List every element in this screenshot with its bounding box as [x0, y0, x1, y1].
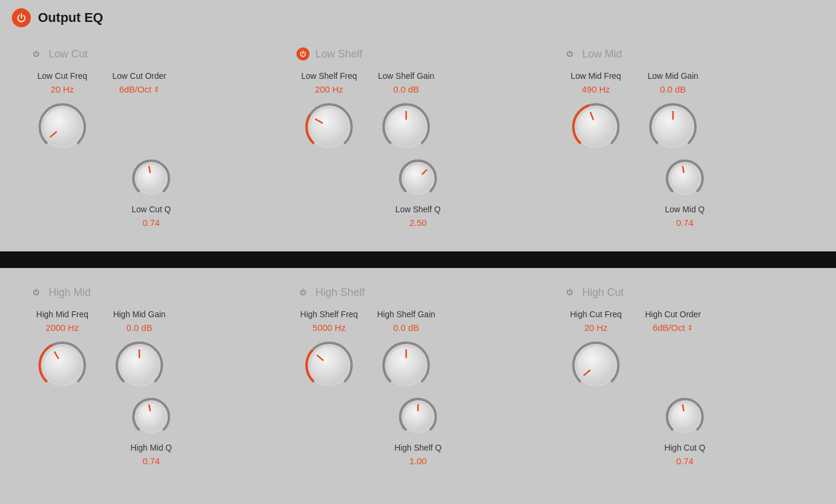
bottom-eq-row: High MidHigh Mid Freq2000 Hz High Mid Ga…: [18, 280, 818, 478]
knob-low-cut-freq[interactable]: [36, 100, 89, 154]
knob-label-high-shelf-gain: High Shelf Gain: [377, 310, 435, 319]
q-knob-wrap-low-cut[interactable]: Low Cut Q0.74: [130, 157, 173, 234]
knob-group-low-mid-gain[interactable]: Low Mid Gain0.0 dB: [640, 71, 706, 154]
knob-label-high-cut-freq: High Cut Freq: [570, 310, 621, 319]
band-controls-low-shelf: Low Shelf Freq200 Hz Low Shelf Gain0.0 d…: [296, 71, 540, 154]
svg-point-16: [577, 108, 615, 146]
knob-high-mid-freq[interactable]: [36, 339, 89, 392]
band-header-low-cut: Low Cut: [30, 47, 273, 60]
knob-low-mid-freq[interactable]: [569, 100, 623, 154]
knob-svg: [130, 395, 173, 438]
dropdown-value: 6dB/Oct: [653, 323, 685, 333]
knob-high-cut-freq[interactable]: [569, 339, 623, 392]
knob-group-low-cut-order[interactable]: Low Cut Order6dB/Oct⇕: [107, 71, 172, 154]
top-eq-row: Low CutLow Cut Freq20 Hz Low Cut Order6d…: [18, 42, 818, 240]
q-value-low-mid: 0.74: [676, 218, 693, 228]
knob-group-high-cut-order[interactable]: High Cut Order6dB/Oct⇕: [640, 310, 706, 392]
knob-svg: [113, 339, 166, 392]
q-knob-wrap-high-cut[interactable]: High Cut Q0.74: [663, 395, 706, 472]
knob-label-low-cut-order: Low Cut Order: [112, 71, 166, 81]
main-power-button[interactable]: [12, 8, 31, 27]
svg-point-46: [671, 403, 699, 431]
band-controls-high-mid: High Mid Freq2000 Hz High Mid Gain0.0 dB: [30, 310, 273, 392]
svg-point-1: [43, 108, 81, 146]
q-label-high-mid: High Mid Q: [130, 443, 172, 452]
app-title: Output EQ: [38, 10, 103, 25]
svg-line-47: [682, 405, 684, 411]
power-button-low-shelf[interactable]: [296, 47, 309, 60]
knob-group-low-cut-freq[interactable]: Low Cut Freq20 Hz: [30, 71, 95, 154]
power-icon: [566, 288, 574, 296]
q-label-low-cut: Low Cut Q: [132, 205, 171, 214]
knob-value-high-shelf-freq: 5000 Hz: [312, 323, 346, 333]
band-header-high-mid: High Mid: [30, 286, 273, 299]
knob-group-high-mid-freq[interactable]: High Mid Freq2000 Hz: [30, 310, 95, 392]
power-button-high-cut[interactable]: [563, 286, 576, 299]
power-button-high-shelf[interactable]: [296, 286, 309, 299]
band-controls-high-shelf: High Shelf Freq5000 Hz High Shelf Gain0.…: [296, 310, 540, 392]
q-knob-high-cut[interactable]: [663, 395, 706, 438]
power-button-low-mid[interactable]: [563, 47, 576, 60]
band-header-high-cut: High Cut: [563, 286, 806, 299]
knob-high-shelf-freq[interactable]: [302, 339, 356, 392]
q-knob-high-mid[interactable]: [130, 395, 173, 438]
knob-low-mid-gain[interactable]: [646, 100, 700, 154]
knob-group-low-mid-freq[interactable]: Low Mid Freq490 Hz: [563, 71, 628, 154]
q-knob-low-cut[interactable]: [130, 157, 173, 200]
svg-point-31: [137, 403, 165, 431]
knob-low-shelf-gain[interactable]: [379, 100, 433, 154]
knob-value-low-mid-freq: 490 Hz: [582, 84, 610, 94]
knob-high-shelf-gain[interactable]: [379, 339, 433, 392]
q-value-high-shelf: 1.00: [409, 456, 426, 466]
knob-svg: [36, 100, 89, 154]
knob-svg: [302, 339, 356, 392]
knob-group-high-cut-freq[interactable]: High Cut Freq20 Hz: [563, 310, 628, 392]
knob-group-high-shelf-gain[interactable]: High Shelf Gain0.0 dB: [374, 310, 439, 392]
knob-svg: [379, 339, 433, 392]
knob-value-high-shelf-gain: 0.0 dB: [393, 323, 419, 333]
bottom-section: High MidHigh Mid Freq2000 Hz High Mid Ga…: [0, 268, 836, 490]
knob-label-high-cut-order: High Cut Order: [645, 310, 701, 319]
q-knob-wrap-low-shelf[interactable]: Low Shelf Q2.50: [395, 157, 441, 234]
q-label-high-shelf: High Shelf Q: [394, 443, 441, 452]
power-button-high-mid[interactable]: [30, 286, 43, 299]
knob-low-shelf-freq[interactable]: [302, 100, 356, 154]
band-controls-low-cut: Low Cut Freq20 Hz Low Cut Order6dB/Oct⇕: [30, 71, 273, 154]
knob-group-low-shelf-freq[interactable]: Low Shelf Freq200 Hz: [296, 71, 362, 154]
knob-value-high-mid-gain: 0.0 dB: [126, 323, 152, 333]
knob-group-high-mid-gain[interactable]: High Mid Gain0.0 dB: [107, 310, 172, 392]
knob-label-low-shelf-freq: Low Shelf Freq: [301, 71, 357, 81]
knob-value-low-cut-order[interactable]: 6dB/Oct⇕: [119, 84, 159, 94]
knob-group-low-shelf-gain[interactable]: Low Shelf Gain0.0 dB: [374, 71, 439, 154]
knob-svg: [130, 157, 173, 200]
knob-value-low-cut-freq: 20 Hz: [50, 84, 74, 94]
svg-point-25: [43, 346, 81, 384]
q-label-high-cut: High Cut Q: [664, 443, 705, 452]
knob-value-low-shelf-gain: 0.0 dB: [393, 84, 419, 94]
knob-group-high-shelf-freq[interactable]: High Shelf Freq5000 Hz: [296, 310, 362, 392]
svg-point-13: [404, 164, 432, 193]
knob-value-low-mid-gain: 0.0 dB: [660, 84, 685, 94]
q-knob-wrap-high-shelf[interactable]: High Shelf Q1.00: [394, 395, 441, 472]
svg-point-7: [310, 108, 348, 146]
band-low-mid: Low MidLow Mid Freq490 Hz Low Mid Gain0.…: [551, 42, 818, 240]
q-label-low-mid: Low Mid Q: [665, 205, 705, 214]
knob-label-low-mid-gain: Low Mid Gain: [647, 71, 698, 81]
band-controls-low-mid: Low Mid Freq490 Hz Low Mid Gain0.0 dB: [563, 71, 806, 154]
q-knob-low-mid[interactable]: [663, 157, 706, 200]
knob-label-high-mid-freq: High Mid Freq: [36, 310, 88, 319]
q-knob-high-shelf[interactable]: [397, 395, 439, 438]
power-button-low-cut[interactable]: [30, 47, 43, 60]
knob-value-high-cut-order[interactable]: 6dB/Oct⇕: [653, 323, 693, 333]
q-knob-wrap-low-mid[interactable]: Low Mid Q0.74: [663, 157, 706, 234]
knob-high-mid-gain[interactable]: [113, 339, 166, 392]
power-icon: [299, 50, 307, 58]
q-knob-wrap-high-mid[interactable]: High Mid Q0.74: [130, 395, 173, 472]
q-row-low-mid: Low Mid Q0.74: [563, 157, 806, 234]
knob-label-low-mid-freq: Low Mid Freq: [571, 71, 621, 81]
knob-svg: [569, 100, 623, 154]
q-knob-low-shelf[interactable]: [397, 157, 439, 200]
svg-line-32: [149, 405, 150, 411]
knob-svg: [379, 100, 433, 154]
band-header-low-mid: Low Mid: [563, 47, 806, 60]
